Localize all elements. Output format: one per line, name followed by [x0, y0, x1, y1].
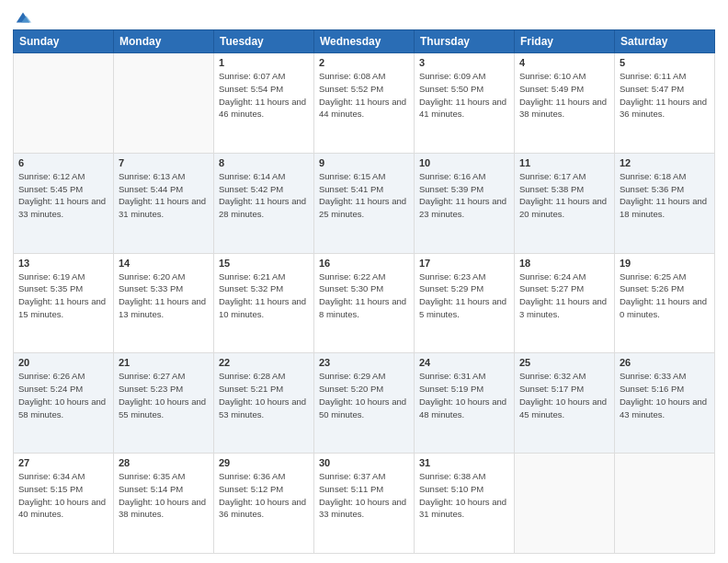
day-info: Sunrise: 6:08 AMSunset: 5:52 PMDaylight:…	[319, 70, 409, 121]
day-cell: 12Sunrise: 6:18 AMSunset: 5:36 PMDayligh…	[615, 153, 715, 253]
day-cell: 23Sunrise: 6:29 AMSunset: 5:20 PMDayligh…	[314, 353, 415, 454]
day-info: Sunrise: 6:25 AMSunset: 5:26 PMDaylight:…	[620, 270, 710, 321]
day-info: Sunrise: 6:14 AMSunset: 5:42 PMDaylight:…	[219, 170, 309, 221]
day-cell: 3Sunrise: 6:09 AMSunset: 5:50 PMDaylight…	[415, 53, 515, 154]
day-number: 5	[620, 57, 710, 68]
header	[13, 9, 715, 22]
day-number: 23	[319, 357, 409, 368]
weekday-header-sunday: Sunday	[14, 30, 114, 53]
day-cell: 22Sunrise: 6:28 AMSunset: 5:21 PMDayligh…	[214, 353, 314, 454]
day-info: Sunrise: 6:29 AMSunset: 5:20 PMDaylight:…	[319, 370, 409, 420]
day-info: Sunrise: 6:19 AMSunset: 5:35 PMDaylight:…	[18, 270, 108, 321]
day-info: Sunrise: 6:21 AMSunset: 5:32 PMDaylight:…	[219, 270, 309, 321]
week-row-5: 27Sunrise: 6:34 AMSunset: 5:15 PMDayligh…	[14, 454, 715, 554]
day-info: Sunrise: 6:27 AMSunset: 5:23 PMDaylight:…	[119, 370, 209, 420]
weekday-header-wednesday: Wednesday	[314, 30, 415, 53]
week-row-2: 6Sunrise: 6:12 AMSunset: 5:45 PMDaylight…	[14, 153, 715, 253]
day-info: Sunrise: 6:20 AMSunset: 5:33 PMDaylight:…	[119, 270, 209, 321]
day-info: Sunrise: 6:35 AMSunset: 5:14 PMDaylight:…	[119, 470, 209, 521]
day-info: Sunrise: 6:11 AMSunset: 5:47 PMDaylight:…	[620, 70, 710, 121]
weekday-header-thursday: Thursday	[415, 30, 515, 53]
day-number: 26	[620, 357, 710, 368]
day-cell: 10Sunrise: 6:16 AMSunset: 5:39 PMDayligh…	[415, 153, 515, 253]
day-cell: 18Sunrise: 6:24 AMSunset: 5:27 PMDayligh…	[515, 253, 615, 353]
day-cell: 1Sunrise: 6:07 AMSunset: 5:54 PMDaylight…	[214, 53, 314, 154]
day-number: 12	[620, 157, 710, 168]
day-info: Sunrise: 6:33 AMSunset: 5:16 PMDaylight:…	[620, 370, 710, 420]
day-cell	[615, 454, 715, 554]
day-cell: 6Sunrise: 6:12 AMSunset: 5:45 PMDaylight…	[14, 153, 114, 253]
weekday-header-monday: Monday	[114, 30, 214, 53]
day-number: 2	[319, 57, 409, 68]
day-number: 29	[219, 457, 309, 468]
day-cell: 25Sunrise: 6:32 AMSunset: 5:17 PMDayligh…	[515, 353, 615, 454]
day-number: 16	[319, 258, 409, 269]
day-number: 22	[219, 357, 309, 368]
weekday-header-friday: Friday	[515, 30, 615, 53]
day-number: 21	[119, 357, 209, 368]
day-cell: 8Sunrise: 6:14 AMSunset: 5:42 PMDaylight…	[214, 153, 314, 253]
day-cell: 9Sunrise: 6:15 AMSunset: 5:41 PMDaylight…	[314, 153, 415, 253]
day-number: 18	[519, 258, 609, 269]
day-number: 1	[219, 57, 309, 68]
day-number: 4	[519, 57, 609, 68]
day-cell: 29Sunrise: 6:36 AMSunset: 5:12 PMDayligh…	[214, 454, 314, 554]
day-info: Sunrise: 6:28 AMSunset: 5:21 PMDaylight:…	[219, 370, 309, 420]
day-number: 27	[18, 457, 108, 468]
day-cell	[114, 53, 214, 154]
day-cell: 20Sunrise: 6:26 AMSunset: 5:24 PMDayligh…	[14, 353, 114, 454]
day-info: Sunrise: 6:10 AMSunset: 5:49 PMDaylight:…	[519, 70, 609, 121]
day-info: Sunrise: 6:17 AMSunset: 5:38 PMDaylight:…	[519, 170, 609, 221]
day-cell: 7Sunrise: 6:13 AMSunset: 5:44 PMDaylight…	[114, 153, 214, 253]
day-cell: 31Sunrise: 6:38 AMSunset: 5:10 PMDayligh…	[415, 454, 515, 554]
week-row-4: 20Sunrise: 6:26 AMSunset: 5:24 PMDayligh…	[14, 353, 715, 454]
day-info: Sunrise: 6:24 AMSunset: 5:27 PMDaylight:…	[519, 270, 609, 321]
day-cell: 11Sunrise: 6:17 AMSunset: 5:38 PMDayligh…	[515, 153, 615, 253]
day-info: Sunrise: 6:18 AMSunset: 5:36 PMDaylight:…	[620, 170, 710, 221]
logo-icon	[15, 9, 31, 26]
weekday-header-tuesday: Tuesday	[214, 30, 314, 53]
day-cell: 30Sunrise: 6:37 AMSunset: 5:11 PMDayligh…	[314, 454, 415, 554]
day-info: Sunrise: 6:31 AMSunset: 5:19 PMDaylight:…	[419, 370, 509, 420]
day-number: 13	[18, 258, 108, 269]
day-cell: 13Sunrise: 6:19 AMSunset: 5:35 PMDayligh…	[14, 253, 114, 353]
day-info: Sunrise: 6:09 AMSunset: 5:50 PMDaylight:…	[419, 70, 509, 121]
day-info: Sunrise: 6:07 AMSunset: 5:54 PMDaylight:…	[219, 70, 309, 121]
logo	[13, 9, 31, 22]
day-info: Sunrise: 6:26 AMSunset: 5:24 PMDaylight:…	[18, 370, 108, 420]
day-info: Sunrise: 6:38 AMSunset: 5:10 PMDaylight:…	[419, 470, 509, 521]
day-info: Sunrise: 6:12 AMSunset: 5:45 PMDaylight:…	[18, 170, 108, 221]
day-number: 28	[119, 457, 209, 468]
day-number: 9	[319, 157, 409, 168]
day-number: 30	[319, 457, 409, 468]
day-number: 8	[219, 157, 309, 168]
day-info: Sunrise: 6:23 AMSunset: 5:29 PMDaylight:…	[419, 270, 509, 321]
day-number: 25	[519, 357, 609, 368]
day-info: Sunrise: 6:36 AMSunset: 5:12 PMDaylight:…	[219, 470, 309, 521]
day-info: Sunrise: 6:15 AMSunset: 5:41 PMDaylight:…	[319, 170, 409, 221]
weekday-header-row: SundayMondayTuesdayWednesdayThursdayFrid…	[14, 30, 715, 53]
day-cell: 17Sunrise: 6:23 AMSunset: 5:29 PMDayligh…	[415, 253, 515, 353]
day-info: Sunrise: 6:16 AMSunset: 5:39 PMDaylight:…	[419, 170, 509, 221]
day-cell: 24Sunrise: 6:31 AMSunset: 5:19 PMDayligh…	[415, 353, 515, 454]
day-cell	[14, 53, 114, 154]
day-info: Sunrise: 6:13 AMSunset: 5:44 PMDaylight:…	[119, 170, 209, 221]
week-row-3: 13Sunrise: 6:19 AMSunset: 5:35 PMDayligh…	[14, 253, 715, 353]
day-cell: 27Sunrise: 6:34 AMSunset: 5:15 PMDayligh…	[14, 454, 114, 554]
day-info: Sunrise: 6:22 AMSunset: 5:30 PMDaylight:…	[319, 270, 409, 321]
day-number: 7	[119, 157, 209, 168]
day-cell: 21Sunrise: 6:27 AMSunset: 5:23 PMDayligh…	[114, 353, 214, 454]
day-number: 11	[519, 157, 609, 168]
day-cell: 19Sunrise: 6:25 AMSunset: 5:26 PMDayligh…	[615, 253, 715, 353]
day-cell: 5Sunrise: 6:11 AMSunset: 5:47 PMDaylight…	[615, 53, 715, 154]
day-cell: 26Sunrise: 6:33 AMSunset: 5:16 PMDayligh…	[615, 353, 715, 454]
day-number: 19	[620, 258, 710, 269]
day-number: 3	[419, 57, 509, 68]
calendar-table: SundayMondayTuesdayWednesdayThursdayFrid…	[13, 29, 715, 554]
day-cell: 2Sunrise: 6:08 AMSunset: 5:52 PMDaylight…	[314, 53, 415, 154]
day-number: 24	[419, 357, 509, 368]
day-info: Sunrise: 6:34 AMSunset: 5:15 PMDaylight:…	[18, 470, 108, 521]
day-number: 15	[219, 258, 309, 269]
day-number: 17	[419, 258, 509, 269]
weekday-header-saturday: Saturday	[615, 30, 715, 53]
